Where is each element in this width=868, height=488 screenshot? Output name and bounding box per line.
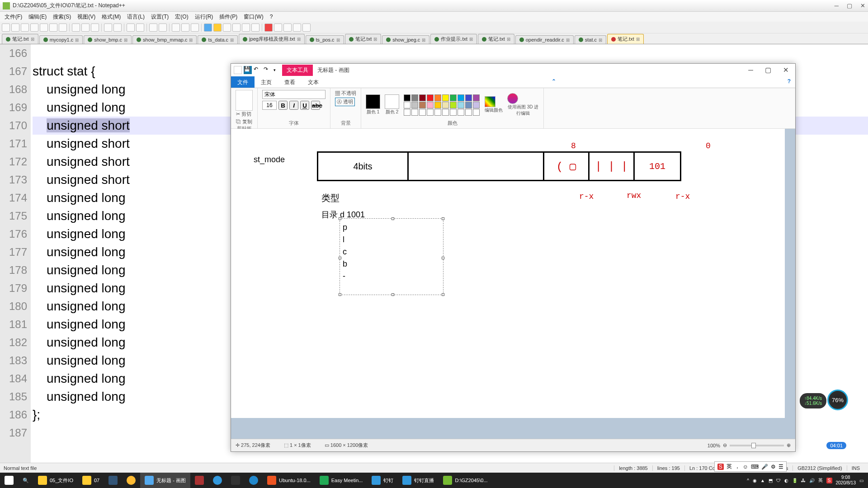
ime-mic-icon[interactable]: 🎤 <box>761 464 768 470</box>
file-tab[interactable]: 笔记.txt⊠ <box>345 34 382 44</box>
playback-button[interactable] <box>293 23 301 32</box>
maximize-button[interactable]: ▢ <box>847 2 852 9</box>
text-tools-tab[interactable]: 文本工具 <box>282 65 313 76</box>
file-tab[interactable]: show_bmp.c⊠ <box>84 35 132 44</box>
tray-icon[interactable]: ◐ <box>784 478 788 483</box>
palette-color[interactable] <box>427 109 434 116</box>
italic-button[interactable]: I <box>289 101 298 110</box>
palette-color[interactable] <box>473 102 480 108</box>
taskbar-dingtalk-live[interactable]: 钉钉直播 <box>398 473 439 488</box>
taskbar-app-4[interactable] <box>245 473 263 488</box>
palette-color[interactable] <box>434 94 441 101</box>
palette-color[interactable] <box>419 109 426 116</box>
ime-settings-icon[interactable]: ⚙ <box>771 464 776 470</box>
zoom-in-button[interactable]: ⊕ <box>787 442 791 448</box>
menu-item[interactable]: 语言(L) <box>124 12 147 22</box>
palette-color[interactable] <box>404 109 410 116</box>
record-button[interactable] <box>264 23 273 32</box>
tray-up-icon[interactable]: ^ <box>747 478 749 483</box>
help-dropdown[interactable]: ⌃ <box>547 76 561 88</box>
save-all-button[interactable] <box>30 23 38 32</box>
zoom-slider[interactable] <box>730 445 784 446</box>
paste-button[interactable] <box>91 23 99 32</box>
taskbar-folder-1[interactable]: 05_文件IO <box>33 473 78 488</box>
taskbar-npp[interactable]: D:\GZ2045\0... <box>439 473 492 488</box>
zoom-out-button[interactable]: ⊖ <box>723 442 727 448</box>
palette-color[interactable] <box>473 94 480 101</box>
palette-color[interactable] <box>458 94 464 101</box>
file-tab[interactable]: 作业提示.txt⊠ <box>430 34 477 44</box>
paint3d-button[interactable] <box>507 93 518 104</box>
taskbar-clock[interactable]: 9:082020/8/13 <box>836 475 856 486</box>
menu-item[interactable]: 文件(F) <box>2 12 25 22</box>
indent-guide-button[interactable] <box>191 23 199 32</box>
tray-network-icon[interactable]: 🖧 <box>801 478 806 483</box>
transparent-option[interactable]: Ⓐ 透明 <box>335 98 355 106</box>
underline-button[interactable]: U <box>300 101 309 110</box>
cut-button[interactable]: ✂ 剪切 <box>236 111 252 117</box>
copy-button[interactable]: ⿻ 复制 <box>236 118 252 125</box>
paint-close-button[interactable]: ✕ <box>783 66 789 74</box>
tray-icon[interactable]: ⬒ <box>769 478 773 483</box>
tray-icon[interactable]: ◉ <box>753 478 757 483</box>
palette-color[interactable] <box>473 109 480 116</box>
palette-color[interactable] <box>411 102 418 108</box>
tool-button-5[interactable] <box>242 23 250 32</box>
zoom-out-button[interactable] <box>159 23 167 32</box>
paint-save-button[interactable]: 💾 <box>244 66 252 74</box>
palette-color[interactable] <box>411 94 418 101</box>
close-all-button[interactable] <box>49 23 57 32</box>
print-button[interactable] <box>59 23 67 32</box>
save-macro-button[interactable] <box>302 23 311 32</box>
netspeed-widget[interactable]: ↑84.4K/s↓51.6K/s <box>800 393 826 408</box>
tray-shield-icon[interactable]: 🛡 <box>776 478 781 483</box>
font-select[interactable] <box>262 90 326 99</box>
palette-color[interactable] <box>465 94 472 101</box>
notifications-button[interactable]: ▭ <box>859 478 863 483</box>
menu-item[interactable]: 插件(P) <box>217 12 240 22</box>
menu-item[interactable]: 视图(V) <box>75 12 98 22</box>
tool-button-6[interactable] <box>251 23 259 32</box>
file-tab[interactable]: ts_pos.c⊠ <box>306 35 344 44</box>
tab-file[interactable]: 文件 <box>231 76 255 88</box>
tab-view[interactable]: 查看 <box>278 76 302 88</box>
save-button[interactable] <box>21 23 29 32</box>
tool-button-4[interactable] <box>232 23 241 32</box>
palette-color[interactable] <box>458 109 464 116</box>
palette-color[interactable] <box>442 102 449 108</box>
palette-color[interactable] <box>404 94 410 101</box>
file-tab[interactable]: ts_data.c⊠ <box>198 35 238 44</box>
palette-color[interactable] <box>465 109 472 116</box>
tool-button-3[interactable] <box>223 23 231 32</box>
taskbar-dingtalk[interactable]: 钉钉 <box>367 473 398 488</box>
palette-color[interactable] <box>442 109 449 116</box>
search-button[interactable]: 🔍 <box>18 473 33 488</box>
color1-swatch[interactable] <box>366 94 380 109</box>
menu-item[interactable]: 搜索(S) <box>50 12 74 22</box>
palette-color[interactable] <box>411 109 418 116</box>
open-file-button[interactable] <box>11 23 19 32</box>
palette-color[interactable] <box>434 102 441 108</box>
file-tab[interactable]: jpeg库移植及使用.txt⊠ <box>239 34 304 44</box>
help-button[interactable]: ? <box>783 76 795 88</box>
tray-icon[interactable]: ▲ <box>760 478 765 483</box>
bold-button[interactable]: B <box>278 101 288 110</box>
text-selection-box[interactable]: plcb- <box>340 218 443 295</box>
redo-button[interactable] <box>113 23 122 32</box>
wordwrap-button[interactable] <box>172 23 180 32</box>
taskbar-paint[interactable]: 无标题 - 画图 <box>140 473 190 488</box>
menu-item[interactable]: 窗口(W) <box>241 12 266 22</box>
replace-button[interactable] <box>136 23 144 32</box>
copy-button[interactable] <box>81 23 90 32</box>
ime-menu-icon[interactable]: ☰ <box>778 464 783 470</box>
palette-color[interactable] <box>434 109 441 116</box>
ime-emoji-icon[interactable]: ☺ <box>743 464 748 470</box>
close-file-button[interactable] <box>40 23 48 32</box>
taskbar-calc[interactable] <box>104 473 122 488</box>
palette-color[interactable] <box>427 94 434 101</box>
color2-swatch[interactable] <box>385 94 399 109</box>
font-size-input[interactable] <box>262 101 277 110</box>
taskbar-ubuntu[interactable]: Ubuntu-18.0... <box>263 473 315 488</box>
palette-color[interactable] <box>458 102 464 108</box>
palette-color[interactable] <box>419 102 426 108</box>
